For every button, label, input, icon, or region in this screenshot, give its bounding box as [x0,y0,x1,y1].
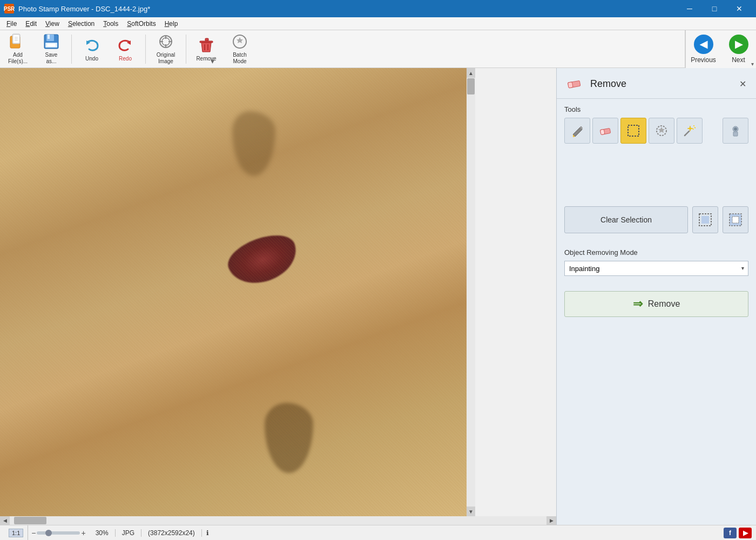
window-controls: ─ □ ✕ [677,0,752,17]
svg-rect-39 [701,216,709,224]
magic-wand-tool-button[interactable] [677,118,703,144]
removing-mode-section: Object Removing Mode Inpainting Smart Fi… [557,238,756,282]
zoom-ratio-label: 1:1 [9,529,23,537]
removing-mode-select[interactable]: Inpainting Smart Fill Texture Synthesis [564,261,748,276]
menu-edit[interactable]: Edit [21,19,41,29]
maximize-button[interactable]: □ [702,0,727,17]
statusbar-zoom-track[interactable]: − + [28,529,89,537]
menu-file[interactable]: File [2,19,21,29]
toolbar-more-icon[interactable]: ▾ [211,57,214,65]
svg-line-34 [693,129,693,130]
zoom-minus-button[interactable]: − [31,529,36,537]
undo-button[interactable]: Undo [76,32,107,66]
statusbar-format: JPG [116,529,141,537]
hscroll-right-arrow[interactable]: ▶ [546,516,556,525]
batch-mode-button[interactable]: BatchMode [224,32,255,66]
eraser-tool-button[interactable] [592,118,618,144]
app-icon: PSR [4,4,14,14]
image-canvas[interactable]: ▲ ▼ [0,68,475,516]
remove-button-label: Remove [648,299,680,309]
minimize-button[interactable]: ─ [677,0,702,17]
statusbar-info-button[interactable]: ℹ [202,529,213,537]
youtube-button[interactable]: ▶ [739,528,752,538]
batch-mode-label: BatchMode [233,52,247,65]
toolbar-nav: ◀ Previous ▶ Next ▾ [685,30,756,68]
clear-selection-label: Clear Selection [600,215,652,224]
toolbox-title: Remove [590,78,626,90]
titlebar: PSR Photo Stamp Remover - DSC_1444-2.jpg… [0,0,756,17]
svg-rect-26 [568,82,573,88]
clear-selection-section: Clear Selection [557,202,756,238]
toolbox-eraser-icon [564,73,585,94]
tools-grid [564,118,748,144]
statusbar: 1:1 − + 30% JPG (3872x2592x24) ℹ f ▶ [0,525,756,540]
menu-view[interactable]: View [41,19,64,29]
remove-button[interactable]: ⇒ Remove [564,291,748,317]
menu-softorbits[interactable]: SoftOrbits [123,19,160,29]
tools-section: Tools [557,99,756,148]
svg-rect-8 [48,35,50,39]
svg-rect-28 [600,129,604,134]
toolbar: AddFile(s)... Saveas... Undo [0,30,756,68]
menu-help[interactable]: Help [160,19,183,29]
menu-selection[interactable]: Selection [64,19,99,29]
statusbar-dimensions: (3872x2592x24) [141,529,202,537]
main-content: ▲ ▼ ◀ ▶ [0,68,756,525]
horizontal-scrollbar[interactable]: ◀ ▶ [0,516,556,525]
select-all-button[interactable] [692,206,718,233]
original-image-button[interactable]: OriginalImage [150,32,181,66]
menu-tools[interactable]: Tools [99,19,123,29]
remove-button-section: ⇒ Remove [557,282,756,326]
save-as-button[interactable]: Saveas... [36,32,67,66]
zoom-slider-track[interactable] [37,531,80,535]
zoom-slider-thumb[interactable] [45,530,52,536]
pencil-tool-button[interactable] [564,118,590,144]
smart-selection-tool-button[interactable] [649,118,674,144]
remove-toolbar-button[interactable]: Remove [191,32,222,66]
hscroll-left-arrow[interactable]: ◀ [0,516,10,525]
stamp-tool-button[interactable] [723,118,748,144]
clear-selection-button[interactable]: Clear Selection [564,206,688,233]
remove-toolbar-icon [198,37,215,54]
add-files-icon [9,33,26,50]
scroll-down-arrow[interactable]: ▼ [467,507,475,516]
toolbox-title-area: Remove [564,73,626,94]
selection-rect-tool-button[interactable] [620,118,646,144]
remove-arrow-icon: ⇒ [633,297,643,311]
toolbox-header: Remove ✕ [557,68,756,99]
invert-selection-button[interactable] [723,206,748,233]
svg-rect-37 [733,132,738,136]
next-circle-icon: ▶ [729,35,748,54]
toolbox-close-button[interactable]: ✕ [737,78,748,90]
tools-label: Tools [564,105,748,113]
svg-rect-19 [205,38,208,41]
redo-button[interactable]: Redo [110,32,141,66]
undo-label: Undo [85,56,98,62]
svg-line-33 [694,127,696,128]
redo-icon [117,37,134,54]
scroll-thumb[interactable] [467,78,475,94]
close-button[interactable]: ✕ [727,0,752,17]
statusbar-zoom-percent: 30% [89,529,116,537]
toolbar-dropdown-icon[interactable]: ▾ [751,61,754,67]
facebook-button[interactable]: f [724,528,737,538]
batch-mode-icon [231,33,248,50]
svg-line-31 [685,131,689,136]
add-files-label: AddFile(s)... [8,52,28,65]
save-as-label: Saveas... [45,52,58,65]
previous-label: Previous [691,56,716,64]
next-label: Next [732,56,745,64]
scroll-track[interactable] [467,78,475,507]
canvas-container: ▲ ▼ ◀ ▶ [0,68,556,525]
previous-button[interactable]: ◀ Previous [686,30,721,68]
save-as-icon [43,33,60,50]
sand-texture-overlay [0,68,475,516]
zoom-plus-button[interactable]: + [81,529,85,537]
title-left: PSR Photo Stamp Remover - DSC_1444-2.jpg… [4,4,150,14]
add-files-button[interactable]: AddFile(s)... [2,32,33,66]
hscroll-track[interactable] [10,516,546,525]
hscroll-thumb[interactable] [14,517,46,524]
svg-rect-10 [47,44,56,46]
scroll-up-arrow[interactable]: ▲ [467,68,475,78]
vertical-scrollbar[interactable]: ▲ ▼ [467,68,475,516]
